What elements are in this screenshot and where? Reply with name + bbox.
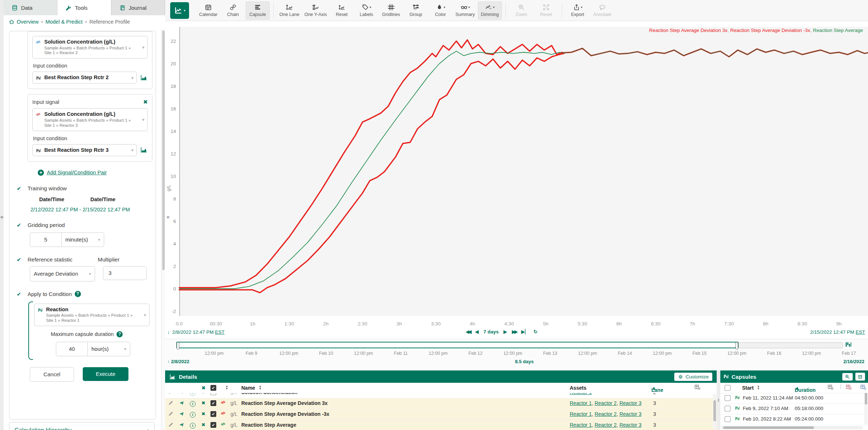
display-mode-button[interactable]: ▾ [170, 2, 189, 19]
input-signal-select-2[interactable]: Solution Concentration (g/L) Sample Asse… [32, 108, 148, 131]
asset-link[interactable]: Reactor 3 [619, 411, 642, 417]
toolbar-dimming-button[interactable]: ▾Dimming [478, 1, 502, 20]
timebar-selected-range[interactable] [176, 342, 738, 348]
investigate-start[interactable]: ↑ 2/8/2022 [167, 359, 189, 364]
range-end[interactable]: 2/15/2022 12:47 PM EST [810, 329, 865, 335]
scrollbar-thumb[interactable] [162, 31, 165, 270]
legend-item[interactable]: Reaction Step Average [813, 28, 863, 33]
info-icon[interactable]: i [190, 422, 196, 429]
preview-chart-icon[interactable] [140, 146, 148, 154]
calculation-hierarchy-bar[interactable]: Calculation Hierarchy › [9, 422, 155, 430]
remove-icon[interactable]: ✖ [201, 400, 205, 406]
toolbar-capsule-button[interactable]: Capsule [246, 1, 270, 20]
asset-link[interactable]: Reactor 1 [570, 411, 592, 417]
row-checkbox[interactable] [210, 393, 216, 395]
toolbar-labels-button[interactable]: ▾Labels [355, 1, 378, 20]
send-icon[interactable] [179, 422, 184, 427]
select-all-checkbox[interactable]: ✔ [210, 385, 216, 391]
home-icon[interactable] [9, 19, 15, 25]
input-condition-select-1[interactable]: Best Reaction Step Rctr 2 ▾ [32, 72, 137, 84]
asset-link[interactable]: Reactor 1 [570, 400, 592, 406]
add-stat-column-icon[interactable] [846, 384, 852, 390]
column-lane[interactable]: Lane ▲ [651, 385, 656, 391]
toolbar-chain-button[interactable]: Chain [221, 1, 245, 20]
row-name[interactable]: Solution Concentration [241, 393, 298, 395]
collapse-left-icon[interactable]: « [0, 214, 3, 220]
asset-link[interactable]: Reactor 2 [594, 422, 617, 428]
details-row[interactable]: i✖✔g/LReaction Step AverageReactor 1, Re… [165, 420, 717, 430]
toolbar-group-button[interactable]: Group [404, 1, 428, 20]
toolbar-summary-button[interactable]: ▾Summary [453, 1, 477, 20]
legend-item[interactable]: Reaction Step Average Deviation -3x [730, 28, 810, 33]
customize-button[interactable]: Customize [674, 373, 712, 381]
remove-pair-icon[interactable]: ✖ [143, 99, 148, 105]
row-checkbox[interactable]: ✔ [210, 422, 216, 428]
sort-icon[interactable]: ▲▼ [259, 385, 262, 390]
toolbar-color-button[interactable]: ▾Color [429, 1, 453, 20]
info-icon[interactable]: i [190, 400, 196, 407]
edit-icon[interactable] [168, 422, 173, 427]
tab-data[interactable]: Data [4, 0, 57, 15]
send-icon[interactable] [179, 393, 184, 395]
timebar-track[interactable] [176, 342, 853, 348]
timezone-link[interactable]: EST [215, 329, 225, 335]
collapse-panel-icon[interactable]: « [167, 214, 169, 220]
edit-icon[interactable] [168, 393, 173, 395]
tab-journal[interactable]: Journal [111, 0, 165, 15]
capsule-row[interactable]: Feb 10, 2022 8:22 AM05:24:00.000 [720, 414, 868, 425]
capsules-hscrollbar[interactable] [721, 426, 863, 429]
training-window-range[interactable]: 2/12/2022 12:47 PM - 2/15/2022 12:47 PM [30, 207, 156, 212]
timebar-unselected[interactable] [738, 342, 843, 348]
row-checkbox[interactable]: ✔ [210, 400, 216, 406]
asset-link[interactable]: Reactor 1 [570, 393, 592, 395]
sort-icon[interactable]: ▲▼ [225, 385, 228, 390]
range-duration-label[interactable]: 7 days [483, 329, 499, 334]
remove-icon[interactable]: ✖ [201, 422, 205, 427]
sort-icon[interactable]: ▲▼ [757, 385, 760, 390]
add-column-icon[interactable] [827, 384, 834, 390]
asset-link[interactable]: Reactor 1 [570, 422, 592, 428]
step-forward-half-icon[interactable]: ▶ [503, 329, 507, 334]
refresh-icon[interactable]: ↻ [533, 329, 537, 334]
capsule-row[interactable]: Feb 9, 2022 7:10 AM05:18:00.000 [720, 403, 868, 414]
edit-icon[interactable] [168, 400, 173, 406]
info-icon[interactable]: i [190, 411, 196, 418]
trend-plot[interactable]: 2220181614121086420-2g/L0.000:301h1:302h… [165, 21, 868, 328]
help-icon[interactable]: ? [116, 331, 123, 337]
details-row[interactable]: i✖✔g/LReaction Step Average Deviation -3… [165, 409, 717, 420]
range-start[interactable]: 2/8/2022 12:47 PM EST [172, 329, 225, 335]
zoom-capsule-button[interactable] [842, 373, 853, 381]
step-back-half-icon[interactable]: ◀ [475, 329, 479, 334]
max-duration-unit-select[interactable]: hour(s) ▾ [88, 342, 130, 356]
collapse-capsules-button[interactable]: ⊟ [855, 373, 865, 381]
add-signal-condition-pair[interactable]: + Add Signal/Condition Pair [38, 170, 156, 176]
input-condition-select-2[interactable]: Best Reaction Step Rctr 3 ▾ [32, 144, 137, 156]
gridding-unit-select[interactable]: minute(s) ▾ [62, 232, 104, 247]
capsule-time-icon[interactable] [845, 341, 852, 348]
preview-chart-icon[interactable] [140, 74, 148, 81]
apply-condition-select[interactable]: Reaction Sample Assets » Batch Products … [34, 304, 150, 326]
capsule-row[interactable]: Feb 11, 2022 11:24 AM04:50:00.000 [720, 393, 868, 403]
toolbar-reset-button[interactable]: Reset [330, 1, 354, 20]
legend-item[interactable]: Reaction Step Average Deviation 3x [649, 28, 728, 33]
tab-tools[interactable]: Tools [57, 0, 111, 15]
capsule-checkbox[interactable] [725, 395, 730, 401]
step-to-end-icon[interactable]: ▶▏ [521, 329, 529, 334]
add-stat-column-icon[interactable] [860, 384, 867, 390]
column-name[interactable]: Name [241, 385, 255, 391]
edit-icon[interactable] [168, 411, 173, 417]
send-icon[interactable] [179, 400, 184, 406]
toolbar-gridlines-button[interactable]: Gridlines [379, 1, 403, 20]
remove-icon[interactable]: ✖ [201, 393, 205, 395]
row-name[interactable]: Reaction Step Average [241, 422, 296, 428]
help-icon[interactable]: ? [75, 291, 81, 297]
investigate-end[interactable]: 2/16/2022 [843, 359, 864, 364]
asset-link[interactable]: Reactor 2 [594, 400, 617, 406]
remove-icon[interactable]: ✖ [201, 411, 205, 417]
multiplier-input[interactable]: 3 [103, 266, 147, 280]
details-row[interactable]: i✖g/LSolution ConcentrationReactor 12 [165, 393, 717, 398]
gridding-value-input[interactable]: 5 [30, 232, 62, 247]
toolbar-calendar-button[interactable]: Calendar [196, 1, 220, 20]
send-icon[interactable] [179, 411, 184, 417]
breadcrumb-model-predict[interactable]: Model & Predict [45, 19, 82, 25]
